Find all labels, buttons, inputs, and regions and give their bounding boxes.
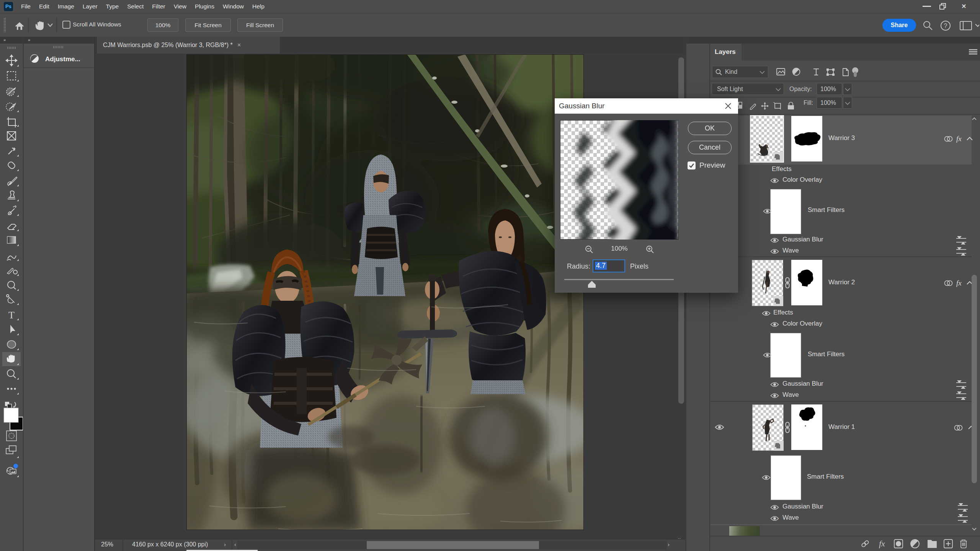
- svg-text:fx: fx: [879, 539, 885, 548]
- svg-text:Adjustme...: Adjustme...: [45, 55, 80, 63]
- svg-text:fx: fx: [956, 135, 962, 143]
- svg-text:fx: fx: [956, 279, 962, 287]
- svg-text:?: ?: [944, 23, 947, 29]
- svg-text:T: T: [8, 310, 15, 321]
